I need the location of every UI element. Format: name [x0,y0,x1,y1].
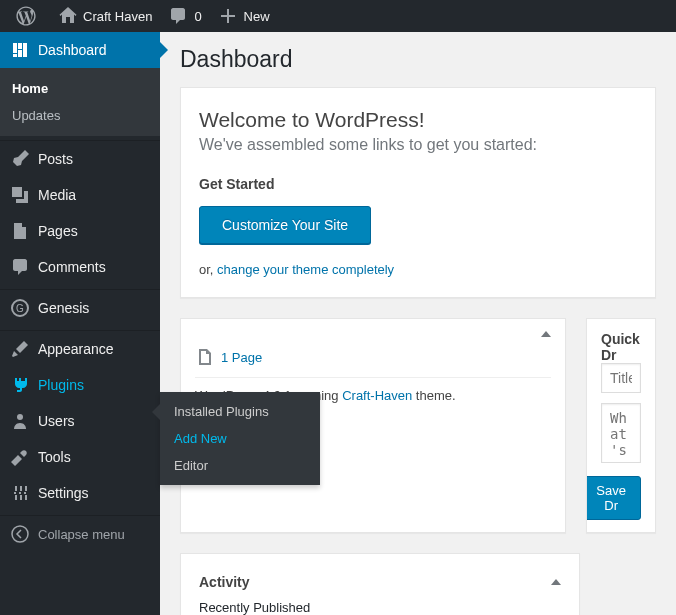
running-post: theme. [412,388,455,403]
sidebar-item-genesis[interactable]: G Genesis [0,290,160,326]
flyout-installed-plugins[interactable]: Installed Plugins [160,398,320,425]
quick-draft-heading: Quick Dr [601,331,641,363]
welcome-panel: Welcome to WordPress! We've assembled so… [180,87,656,298]
collapse-triangle-icon [541,331,551,337]
sidebar-label: Media [38,187,76,203]
sidebar-label: Genesis [38,300,89,316]
sidebar-label: Dashboard [38,42,107,58]
users-icon [10,411,30,431]
site-name: Craft Haven [83,9,152,24]
svg-text:G: G [16,303,24,314]
sidebar-item-media[interactable]: Media [0,177,160,213]
collapse-icon [10,524,30,544]
draft-content-input[interactable] [601,403,641,463]
genesis-icon: G [10,298,30,318]
collapse-triangle-icon [551,579,561,585]
wrench-icon [10,447,30,467]
page-icon [10,221,30,241]
sidebar-item-posts[interactable]: Posts [0,141,160,177]
collapse-menu[interactable]: Collapse menu [0,516,160,552]
sidebar-label: Appearance [38,341,114,357]
sidebar-label: Settings [38,485,89,501]
sidebar-label: Pages [38,223,78,239]
sidebar-item-tools[interactable]: Tools [0,439,160,475]
brush-icon [10,339,30,359]
comment-icon [10,257,30,277]
sidebar-label: Tools [38,449,71,465]
flyout-add-new[interactable]: Add New [160,425,320,452]
wp-logo[interactable] [8,0,50,32]
wordpress-icon [16,6,36,26]
main-content: Dashboard Welcome to WordPress! We've as… [160,32,676,615]
panel-toggle[interactable]: Activity [199,574,561,590]
glance-pages-text: 1 Page [221,350,262,365]
comment-icon [168,6,188,26]
change-theme-link[interactable]: change your theme completely [217,262,394,277]
sidebar-label: Comments [38,259,106,275]
sidebar-item-appearance[interactable]: Appearance [0,331,160,367]
svg-point-3 [12,526,28,542]
recently-published: Recently Published [199,590,561,615]
admin-sidebar: Dashboard Home Updates Posts Media Pages… [0,32,160,615]
comments-link[interactable]: 0 [160,0,209,32]
theme-link[interactable]: Craft-Haven [342,388,412,403]
page-icon [195,347,215,367]
pin-icon [10,149,30,169]
sidebar-sub-updates[interactable]: Updates [0,102,160,129]
svg-point-2 [17,414,23,420]
welcome-title: Welcome to WordPress! [199,108,637,132]
sidebar-item-users[interactable]: Users [0,403,160,439]
dashboard-icon [10,40,30,60]
sidebar-item-comments[interactable]: Comments [0,249,160,285]
sidebar-label: Users [38,413,75,429]
sidebar-item-pages[interactable]: Pages [0,213,160,249]
draft-title-input[interactable] [601,363,641,393]
home-icon [58,6,78,26]
comment-count: 0 [194,9,201,24]
page-title: Dashboard [180,32,656,87]
plugin-icon [10,375,30,395]
sidebar-label: Posts [38,151,73,167]
sidebar-item-plugins[interactable]: Plugins [0,367,160,403]
sidebar-item-settings[interactable]: Settings [0,475,160,511]
dashboard-submenu: Home Updates [0,68,160,136]
save-draft-button[interactable]: Save Dr [586,476,641,520]
settings-icon [10,483,30,503]
collapse-label: Collapse menu [38,527,125,542]
sidebar-item-dashboard[interactable]: Dashboard [0,32,160,68]
welcome-subtitle: We've assembled some links to get you st… [199,136,637,154]
quick-draft-panel: Quick Dr Save Dr [586,318,656,533]
customize-button[interactable]: Customize Your Site [199,206,371,244]
activity-panel: Activity Recently Published [180,553,580,615]
get-started-heading: Get Started [199,176,637,192]
panel-toggle[interactable]: Quick Dr [601,331,641,363]
plugins-flyout: Installed Plugins Add New Editor [160,392,320,485]
or-text: or, change your theme completely [199,262,637,277]
new-label: New [244,9,270,24]
new-link[interactable]: New [210,0,278,32]
admin-toolbar: Craft Haven 0 New [0,0,676,32]
sidebar-sub-home[interactable]: Home [0,75,160,102]
site-link[interactable]: Craft Haven [50,0,160,32]
flyout-editor[interactable]: Editor [160,452,320,479]
glance-pages[interactable]: 1 Page [195,337,551,377]
sidebar-label: Plugins [38,377,84,393]
or-prefix: or, [199,262,217,277]
activity-heading: Activity [199,574,250,590]
plus-icon [218,6,238,26]
media-icon [10,185,30,205]
